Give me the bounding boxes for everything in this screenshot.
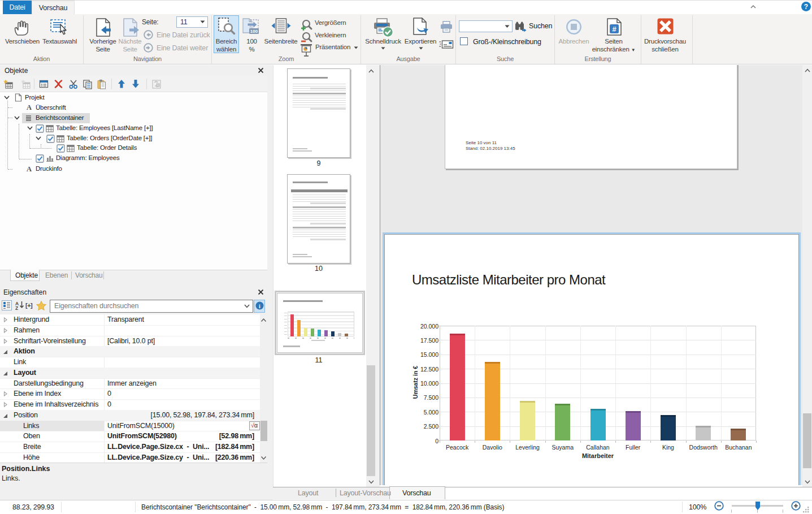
svg-text:i: i [259,303,260,309]
svg-text:100: 100 [250,29,258,34]
svg-text:?: ? [804,3,808,11]
svg-text:Z: Z [15,305,18,310]
svg-text:#: # [612,25,616,33]
